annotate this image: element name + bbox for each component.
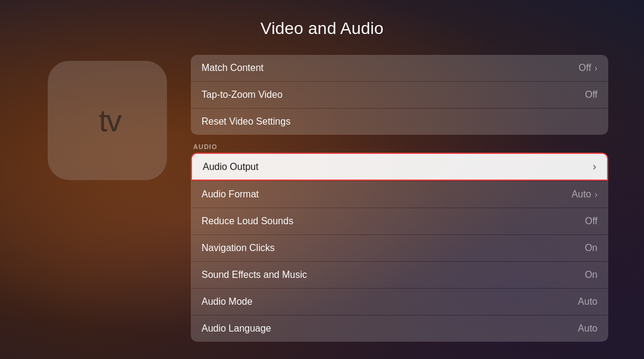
setting-row-reduce-loud[interactable]: Reduce Loud Sounds Off [191,208,608,234]
audio-settings-group: Audio Output › Audio Format Auto › Reduc… [191,153,608,342]
tv-text: tv [99,103,120,138]
chevron-icon: › [595,63,597,73]
setting-label-tap-to-zoom: Tap-to-Zoom Video [202,89,283,100]
setting-label-audio-format: Audio Format [202,189,259,200]
setting-row-audio-output[interactable]: Audio Output › [191,153,608,181]
setting-row-nav-clicks[interactable]: Navigation Clicks On [191,235,608,261]
setting-value-audio-format: Auto › [571,189,597,200]
settings-panel: Match Content Off › Tap-to-Zoom Video Of… [191,55,608,343]
setting-label-reduce-loud: Reduce Loud Sounds [202,216,293,227]
setting-value-audio-output: › [592,160,596,173]
setting-label-audio-output: Audio Output [203,162,258,172]
setting-row-audio-format[interactable]: Audio Format Auto › [191,181,608,208]
setting-value-nav-clicks: On [585,243,597,253]
setting-row-tap-to-zoom[interactable]: Tap-to-Zoom Video Off [191,82,608,108]
setting-value-audio-language: Auto [578,323,597,334]
video-settings-group: Match Content Off › Tap-to-Zoom Video Of… [191,55,608,135]
setting-label-nav-clicks: Navigation Clicks [202,243,275,253]
setting-value-reduce-loud: Off [585,216,597,227]
setting-value-sound-effects: On [585,270,597,280]
setting-row-audio-language[interactable]: Audio Language Auto [191,315,608,342]
chevron-icon-audio-output: › [593,160,596,173]
setting-row-reset-video[interactable]: Reset Video Settings [191,109,608,135]
apple-tv-logo: tv [48,61,167,180]
setting-label-reset-video: Reset Video Settings [202,116,290,127]
setting-value-match-content: Off › [578,63,597,73]
setting-row-audio-mode[interactable]: Audio Mode Auto [191,289,608,315]
setting-value-tap-to-zoom: Off [585,89,597,100]
setting-label-match-content: Match Content [202,63,264,73]
audio-section-label: AUDIO [193,143,608,150]
page-title: Video and Audio [261,19,383,38]
setting-value-audio-mode: Auto [578,296,597,307]
setting-row-sound-effects[interactable]: Sound Effects and Music On [191,262,608,288]
setting-row-match-content[interactable]: Match Content Off › [191,55,608,81]
setting-label-sound-effects: Sound Effects and Music [202,270,307,280]
setting-label-audio-language: Audio Language [202,323,271,334]
setting-label-audio-mode: Audio Mode [202,296,252,307]
chevron-icon-audio-format: › [595,190,597,199]
